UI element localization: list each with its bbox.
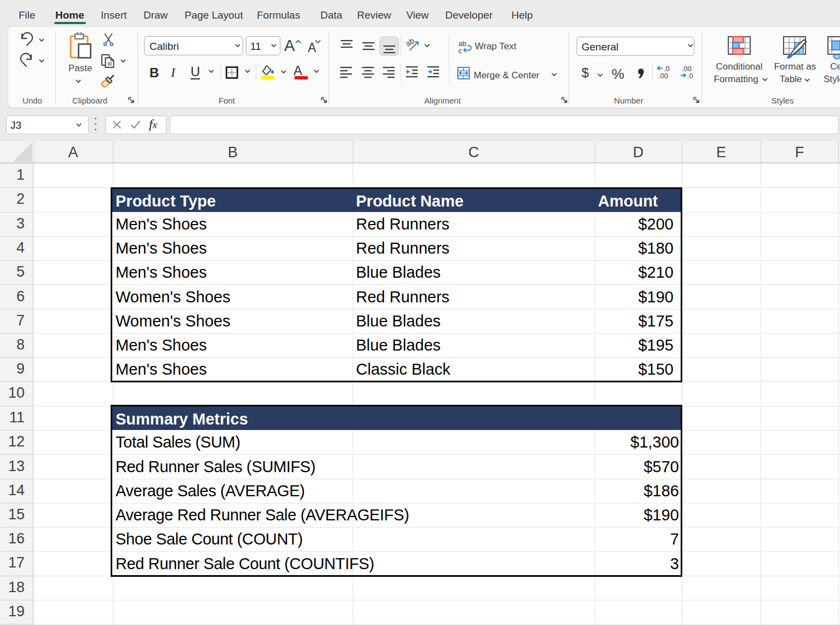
svg-text:c: c <box>458 47 462 54</box>
svg-text:.00: .00 <box>658 72 668 79</box>
svg-text:.0: .0 <box>687 72 693 79</box>
